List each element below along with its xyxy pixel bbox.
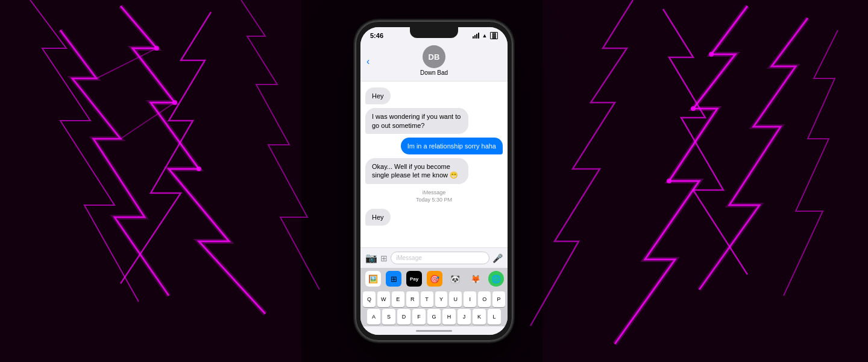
- appstore-app-icon[interactable]: ⊞: [386, 271, 401, 287]
- microphone-icon[interactable]: 🎤: [492, 253, 503, 263]
- svg-rect-1: [0, 0, 301, 362]
- message-timestamp: iMessage Today 5:30 PM: [365, 189, 503, 204]
- svg-point-9: [691, 106, 696, 111]
- app-store-icon[interactable]: ⊞: [380, 253, 388, 263]
- home-indicator: [360, 326, 508, 335]
- key-y[interactable]: Y: [435, 291, 448, 307]
- svg-point-8: [709, 52, 714, 57]
- message-bubble-3: Im in a relationship sorry haha: [401, 138, 503, 154]
- key-q[interactable]: Q: [363, 291, 376, 307]
- key-i[interactable]: I: [464, 291, 476, 307]
- phone-notch: [410, 27, 458, 38]
- imessage-header: ‹ DB Down Bad: [360, 42, 508, 81]
- keyboard: Q W E R T Y U I O P A S D F G H: [360, 290, 508, 326]
- message-bubble-1: Hey: [365, 87, 391, 104]
- key-u[interactable]: U: [449, 291, 462, 307]
- photos-app-icon[interactable]: 🖼️: [365, 271, 381, 287]
- message-bubble-2: I was wondering if you want to go out so…: [365, 108, 468, 134]
- phone-frame: 5:46 ▲ ▓ ‹ DB Down Bad: [356, 21, 512, 341]
- contact-avatar: DB: [423, 45, 445, 68]
- svg-point-10: [667, 179, 671, 183]
- app-shortcuts-row: 🖼️ ⊞ Pay 🎯 🐼 🦊 🌐: [360, 268, 508, 290]
- key-t[interactable]: T: [421, 291, 433, 307]
- key-p[interactable]: P: [492, 291, 505, 307]
- camera-icon[interactable]: 📷: [365, 252, 377, 264]
- key-a[interactable]: A: [367, 309, 380, 325]
- key-d[interactable]: D: [397, 309, 410, 325]
- follow-up-bubble: Hey: [365, 209, 391, 226]
- key-e[interactable]: E: [392, 291, 404, 307]
- animoji-bear-icon[interactable]: 🐼: [447, 271, 463, 287]
- wifi-icon: ▲: [482, 33, 488, 39]
- applepay-icon[interactable]: Pay: [406, 271, 422, 287]
- key-j[interactable]: J: [458, 309, 471, 325]
- messages-area: Hey I was wondering if you want to go ou…: [360, 81, 508, 247]
- status-icons: ▲ ▓: [473, 32, 498, 39]
- key-w[interactable]: W: [377, 291, 390, 307]
- message-input[interactable]: iMessage: [391, 252, 489, 264]
- back-button[interactable]: ‹: [366, 56, 370, 67]
- memoji-icon[interactable]: 🎯: [427, 271, 442, 287]
- key-g[interactable]: G: [427, 309, 441, 325]
- message-bubble-4: Okay... Well if you become single please…: [365, 158, 468, 184]
- contact-name: Down Bad: [420, 69, 448, 76]
- svg-point-7: [197, 167, 201, 171]
- key-r[interactable]: R: [406, 291, 419, 307]
- keyboard-row-1: Q W E R T Y U I O P: [360, 290, 508, 307]
- svg-rect-2: [542, 0, 868, 362]
- key-o[interactable]: O: [478, 291, 491, 307]
- home-bar: [416, 330, 452, 332]
- signal-icon: [473, 33, 479, 39]
- keyboard-row-2: A S D F G H J K L: [360, 307, 508, 326]
- key-f[interactable]: F: [412, 309, 426, 325]
- svg-point-5: [154, 46, 159, 51]
- input-bar: 📷 ⊞ iMessage 🎤: [360, 247, 508, 268]
- animoji-fox-icon[interactable]: 🦊: [468, 271, 483, 287]
- globe-icon[interactable]: 🌐: [488, 271, 504, 287]
- key-l[interactable]: L: [488, 309, 501, 325]
- key-k[interactable]: K: [473, 309, 486, 325]
- key-s[interactable]: S: [382, 309, 395, 325]
- phone-mockup: 5:46 ▲ ▓ ‹ DB Down Bad: [356, 21, 512, 341]
- key-h[interactable]: H: [442, 309, 456, 325]
- battery-icon: ▓: [490, 32, 498, 39]
- status-time: 5:46: [370, 32, 383, 39]
- phone-screen: 5:46 ▲ ▓ ‹ DB Down Bad: [360, 27, 508, 335]
- svg-point-6: [172, 100, 177, 105]
